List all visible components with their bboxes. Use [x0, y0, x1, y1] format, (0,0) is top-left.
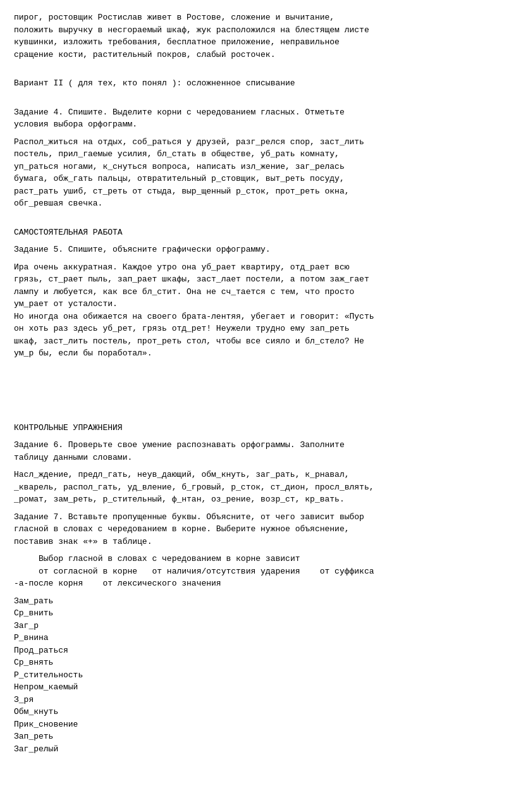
page-content: пирог, ростовщик Ростислав живет в Росто…	[14, 11, 502, 755]
task4-body: Распол_житься на отдых, соб_раться у дру…	[14, 136, 502, 210]
task7-header: Задание 7. Вставьте пропущенные буквы. О…	[14, 511, 502, 548]
variant-header: Вариант II ( для тех, кто понял ): ослож…	[14, 77, 502, 90]
task5-body: Ира очень аккуратная. Каждое утро она уб…	[14, 261, 502, 360]
table-word-rows: Зам_рать Ср_внить Заг_р Р_внина Прод_рат…	[14, 595, 502, 756]
intro-paragraph: пирог, ростовщик Ростислав живет в Росто…	[14, 11, 502, 61]
task5-header: Задание 5. Спишите, объясните графически…	[14, 243, 502, 256]
control-exercises-header: КОНТРОЛЬНЫЕ УПРАЖНЕНИЯ	[14, 422, 502, 434]
self-work-header: САМОСТОЯТЕЛЬНАЯ РАБОТА	[14, 226, 502, 239]
table-column-headers: Выбор гласной в словах с чередованием в …	[14, 553, 502, 590]
task6-body: Насл_ждение, предл_гать, неув_дающий, об…	[14, 469, 502, 506]
task6-header: Задание 6. Проверьте свое умение распозн…	[14, 439, 502, 464]
task4-header: Задание 4. Спишите. Выделите корни с чер…	[14, 106, 502, 131]
